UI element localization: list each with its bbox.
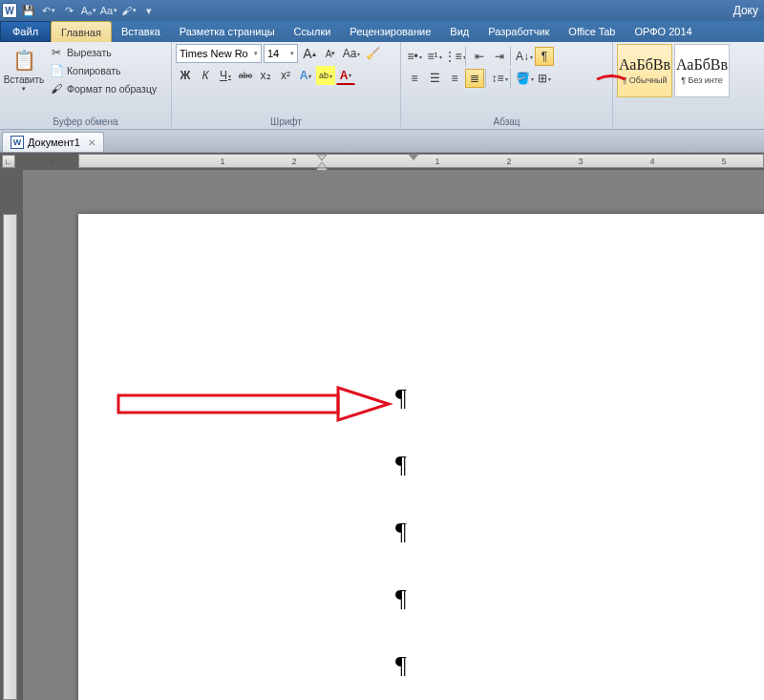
underline-button[interactable]: Ч (216, 66, 235, 85)
align-center-button[interactable]: ☰ (425, 69, 444, 88)
scissors-icon: ✂ (49, 45, 64, 60)
svg-marker-1 (317, 162, 327, 168)
tab-selector-button[interactable]: ∟ (2, 155, 15, 168)
qat-customize[interactable]: ▾ (139, 2, 159, 19)
ruler-corner: ∟ (0, 153, 23, 170)
clear-formatting-button[interactable]: 🧹 (363, 44, 382, 63)
paragraph-mark: ¶ (395, 584, 407, 613)
font-name-value: Times New Ro (180, 48, 248, 59)
italic-button[interactable]: К (196, 66, 215, 85)
align-left-icon: ≡ (411, 72, 417, 85)
tab-office-tab[interactable]: Office Tab (559, 21, 625, 42)
ruler-number: 5 (721, 157, 726, 166)
paste-button[interactable]: 📋 Вставить ▾ (4, 44, 44, 95)
bold-button[interactable]: Ж (176, 66, 195, 85)
horizontal-ruler[interactable]: 3 1 2 1 2 3 4 5 (23, 153, 764, 170)
line-spacing-icon: ↕≡ (491, 72, 503, 85)
font-size-selector[interactable]: 14▾ (264, 44, 298, 63)
shading-icon: 🪣 (516, 72, 530, 85)
font-name-selector[interactable]: Times New Ro▾ (176, 44, 262, 63)
qat-case-button[interactable]: Aa (99, 2, 118, 19)
style-no-spacing[interactable]: АаБбВв ¶ Без инте (674, 44, 730, 97)
align-right-icon: ≡ (451, 72, 457, 85)
tab-page-layout[interactable]: Разметка страницы (170, 21, 285, 42)
tab-orfo[interactable]: ОРФО 2014 (625, 21, 701, 42)
tab-references[interactable]: Ссылки (285, 21, 341, 42)
numbering-button[interactable]: ≡¹ (425, 47, 444, 66)
close-tab-button[interactable]: ✕ (88, 138, 96, 148)
style-sample: АаБбВв (619, 56, 670, 74)
show-pilcrow-button[interactable]: ¶ (535, 47, 554, 66)
text-effects-button[interactable]: A (296, 66, 315, 85)
save-button[interactable]: 💾 (19, 2, 38, 19)
file-tab[interactable]: Файл (0, 21, 51, 42)
copy-label: Копировать (67, 65, 121, 76)
style-no-spacing-label: ¶ Без инте (681, 75, 723, 85)
tab-developer[interactable]: Разработчик (478, 21, 559, 42)
multilevel-button[interactable]: ⋮≡ (445, 47, 464, 66)
brush-icon: 🖌 (49, 81, 64, 96)
change-case-button[interactable]: Aa (342, 44, 361, 63)
vertical-ruler[interactable] (0, 170, 23, 700)
bullets-icon: ≡• (407, 50, 417, 63)
sort-button[interactable]: A↓ (515, 47, 534, 66)
redo-button[interactable]: ↷ (59, 2, 78, 19)
group-font: Times New Ro▾ 14▾ A▴ A▾ Aa 🧹 Ж К Ч abc x… (172, 42, 401, 129)
page[interactable]: ¶ ¶ ¶ ¶ ¶ (78, 214, 764, 700)
ribbon: 📋 Вставить ▾ ✂Вырезать 📄Копировать 🖌Форм… (0, 42, 764, 130)
tab-review[interactable]: Рецензирование (340, 21, 440, 42)
format-painter-button[interactable]: 🖌Формат по образцу (46, 80, 159, 97)
ruler-number: 3 (578, 157, 583, 166)
cut-button[interactable]: ✂Вырезать (46, 44, 159, 61)
grow-font-button[interactable]: A▴ (300, 44, 319, 63)
copy-button[interactable]: 📄Копировать (46, 62, 159, 79)
font-size-value: 14 (267, 48, 279, 59)
group-clipboard: 📋 Вставить ▾ ✂Вырезать 📄Копировать 🖌Форм… (0, 42, 172, 129)
subscript-button[interactable]: x₂ (256, 66, 275, 85)
tab-view[interactable]: Вид (440, 21, 478, 42)
indent-icon: ⇥ (495, 50, 504, 63)
group-clipboard-label: Буфер обмена (4, 116, 167, 129)
window-title: Доку (733, 4, 762, 17)
titlebar: W 💾 ↶ ↷ Aₐ Aa 🖌 ▾ Доку (0, 0, 764, 21)
document-tab[interactable]: W Документ1 ✕ (2, 132, 104, 152)
ruler-number: 1 (435, 157, 439, 166)
tab-home[interactable]: Главная (51, 21, 112, 42)
shading-button[interactable]: 🪣 (515, 69, 534, 88)
justify-button[interactable]: ≣ (465, 69, 484, 88)
undo-button[interactable]: ↶ (39, 2, 58, 19)
word-doc-icon: W (11, 136, 24, 149)
decrease-indent-button[interactable]: ⇤ (470, 47, 489, 66)
ribbon-tabs: Файл Главная Вставка Разметка страницы С… (0, 21, 764, 42)
ruler-number: 3 (48, 157, 53, 166)
borders-button[interactable]: ⊞ (535, 69, 554, 88)
qat-font-button[interactable]: Aₐ (79, 2, 98, 19)
align-right-button[interactable]: ≡ (445, 69, 464, 88)
document-area[interactable]: ¶ ¶ ¶ ¶ ¶ (23, 170, 764, 700)
separator (510, 47, 514, 66)
bullets-button[interactable]: ≡• (405, 47, 424, 66)
paragraph-mark: ¶ (395, 384, 407, 413)
align-left-button[interactable]: ≡ (405, 69, 424, 88)
tab-insert[interactable]: Вставка (112, 21, 170, 42)
line-spacing-button[interactable]: ↕≡ (490, 69, 509, 88)
font-color-button[interactable]: A (336, 66, 355, 85)
eraser-icon: 🧹 (366, 47, 380, 60)
document-tab-strip: W Документ1 ✕ (0, 130, 764, 153)
group-font-label: Шрифт (176, 116, 396, 129)
superscript-button[interactable]: x² (276, 66, 295, 85)
annotation-red-arrow (117, 386, 393, 424)
qat-brush-button[interactable]: 🖌 (119, 2, 138, 19)
strikethrough-button[interactable]: abc (236, 66, 255, 85)
document-tab-name: Документ1 (28, 137, 80, 148)
ruler-number: 1 (220, 157, 224, 166)
highlight-button[interactable]: ab (316, 66, 335, 85)
tab-stop-marker[interactable] (408, 154, 419, 161)
separator (510, 69, 514, 88)
paste-label: Вставить (4, 74, 44, 85)
shrink-font-button[interactable]: A▾ (321, 44, 340, 63)
sort-icon: A↓ (516, 50, 529, 63)
svg-rect-4 (118, 395, 338, 413)
increase-indent-button[interactable]: ⇥ (490, 47, 509, 66)
style-normal[interactable]: АаБбВв ¶ Обычный (617, 44, 672, 97)
